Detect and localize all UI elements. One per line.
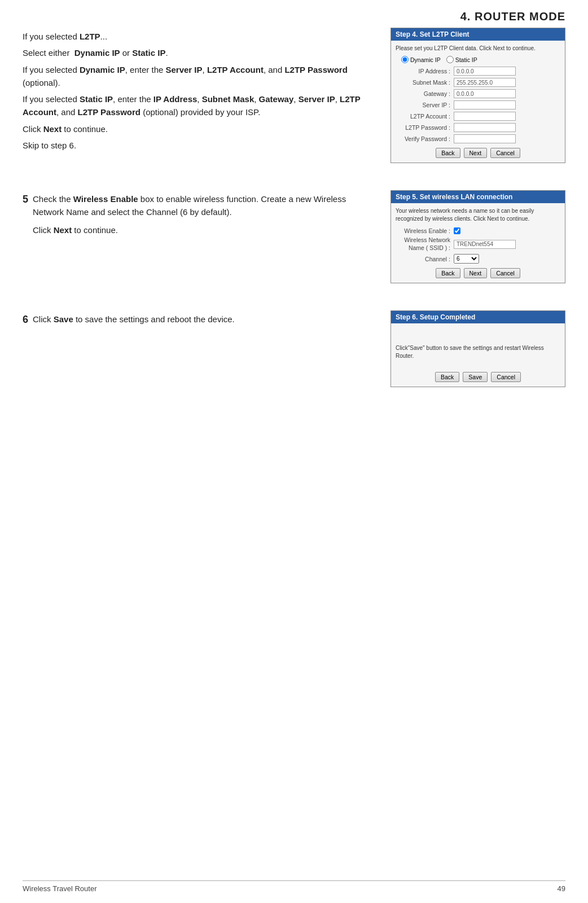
save-button[interactable]: Save: [463, 372, 488, 382]
back-button-l2tp[interactable]: Back: [436, 148, 460, 158]
save-section: 6 Click Save to save the settings and re…: [23, 310, 565, 387]
panel-desc-wireless: Your wireless network needs a name so it…: [396, 207, 560, 223]
l2tp-panel: Step 4. Set L2TP Client Please set you L…: [390, 28, 565, 163]
field-subnet-mask: Subnet Mask :: [396, 77, 560, 88]
field-ssid: Wireless NetworkName ( SSID ) :: [396, 235, 560, 253]
save-text: 6 Click Save to save the settings and re…: [23, 310, 374, 329]
field-server-ip: Server IP :: [396, 99, 560, 111]
radio-static-ip[interactable]: Static IP: [446, 56, 477, 63]
panel-header-l2tp: Step 4. Set L2TP Client: [391, 28, 565, 41]
save-button-row: Back Save Cancel: [396, 372, 560, 382]
input-ip-address[interactable]: [454, 67, 516, 76]
l2tp-text: If you selected L2TP... Select either Dy…: [23, 28, 374, 155]
page-title: 4. ROUTER MODE: [0, 0, 588, 28]
panel-desc-l2tp: Please set you L2TP Client data. Click N…: [396, 45, 560, 52]
step-number-6: 6: [23, 313, 28, 327]
save-panel: Step 6. Setup Completed Click"Save" butt…: [390, 310, 565, 387]
input-gateway[interactable]: [454, 89, 516, 98]
field-gateway: Gateway :: [396, 88, 560, 99]
field-ip-address: IP Address :: [396, 65, 560, 77]
field-l2tp-password: L2TP Password :: [396, 122, 560, 133]
radio-group-ip: Dynamic IP Static IP: [401, 56, 560, 63]
radio-dynamic-ip[interactable]: Dynamic IP: [401, 56, 441, 63]
l2tp-button-row: Back Next Cancel: [396, 148, 560, 158]
panel-header-save: Step 6. Setup Completed: [391, 311, 565, 323]
l2tp-section: If you selected L2TP... Select either Dy…: [23, 28, 565, 163]
wireless-section: 5 Check the Wireless Enable box to enabl…: [23, 190, 565, 283]
input-l2tp-password[interactable]: [454, 123, 516, 132]
wireless-form-table: Wireless Enable : Wireless NetworkName (…: [396, 226, 560, 265]
field-wireless-enable: Wireless Enable :: [396, 226, 560, 235]
footer-left: Wireless Travel Router: [23, 884, 96, 893]
field-verify-password: Verify Password :: [396, 133, 560, 144]
back-button-save[interactable]: Back: [435, 372, 459, 382]
wireless-panel: Step 5. Set wireless LAN connection Your…: [390, 190, 565, 283]
input-ssid[interactable]: [454, 240, 516, 249]
field-channel: Channel : 6 1 2 3 4 5 7: [396, 253, 560, 265]
select-channel[interactable]: 6 1 2 3 4 5 7 8 9 10: [454, 254, 479, 264]
panel-header-wireless: Step 5. Set wireless LAN connection: [391, 191, 565, 203]
input-server-ip[interactable]: [454, 100, 516, 109]
panel-body-save: Click"Save" button to save the settings …: [396, 344, 560, 360]
next-button-l2tp[interactable]: Next: [464, 148, 488, 158]
back-button-wireless[interactable]: Back: [436, 268, 460, 278]
page-footer: Wireless Travel Router 49: [23, 880, 565, 893]
field-l2tp-account: L2TP Account :: [396, 111, 560, 122]
l2tp-form-table: IP Address : Subnet Mask : Gateway :: [396, 65, 560, 144]
wireless-text: 5 Check the Wireless Enable box to enabl…: [23, 190, 374, 240]
cancel-button-save[interactable]: Cancel: [491, 372, 521, 382]
cancel-button-wireless[interactable]: Cancel: [490, 268, 520, 278]
input-subnet-mask[interactable]: [454, 78, 516, 87]
cancel-button-l2tp[interactable]: Cancel: [490, 148, 520, 158]
wireless-button-row: Back Next Cancel: [396, 268, 560, 278]
input-l2tp-account[interactable]: [454, 112, 516, 121]
checkbox-wireless-enable[interactable]: [454, 227, 460, 234]
footer-right: 49: [558, 884, 565, 893]
input-verify-password[interactable]: [454, 134, 516, 143]
step-number-5: 5: [23, 192, 28, 207]
next-button-wireless[interactable]: Next: [464, 268, 488, 278]
